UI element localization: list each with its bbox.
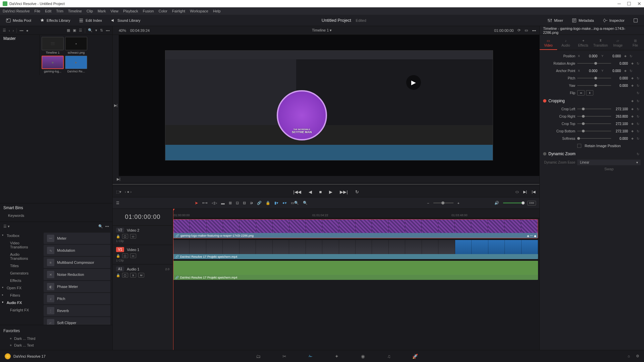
clip-v2[interactable]: 🔗gaming-logo-maker-featuring-a-reaper-17… <box>173 219 538 238</box>
menu-item[interactable]: Fairlight <box>172 9 185 13</box>
yaw-slider[interactable] <box>577 85 611 86</box>
crop-left-slider[interactable] <box>577 109 611 109</box>
keyframe-icon[interactable]: ◆ <box>631 99 635 103</box>
reset-icon[interactable]: ↻ <box>637 129 641 133</box>
anchor-x[interactable]: 0.000 <box>583 69 599 73</box>
page-color-icon[interactable]: ◉ <box>359 353 367 360</box>
track-lane-v1[interactable]: 🔗DaVinci Resolve 17 Projekt speichern.mp… <box>173 239 539 260</box>
crop-top-val[interactable]: 272.100 <box>613 122 629 126</box>
speaker-icon[interactable]: 🔊 <box>494 201 499 205</box>
viewer-zoom[interactable]: 40% <box>119 28 126 33</box>
lock-flag-icon[interactable]: 🔒 <box>266 201 270 205</box>
reset-icon[interactable]: ↻ <box>637 107 641 111</box>
home-icon[interactable]: ⌂ <box>628 354 630 358</box>
fx-cat[interactable]: Generators <box>0 269 42 277</box>
yaw-val[interactable]: 0.000 <box>613 84 629 87</box>
marker-icon[interactable]: ●▾ <box>282 201 287 205</box>
view-list-icon[interactable]: ☰ <box>79 28 82 33</box>
swap-button[interactable]: Swap <box>577 167 641 171</box>
dz-toggle[interactable] <box>543 152 546 156</box>
menu-item[interactable]: Timeline <box>68 9 82 13</box>
fx-cat[interactable]: Filters <box>0 292 42 299</box>
rotation-slider[interactable] <box>577 63 611 64</box>
fx-item[interactable]: ∿Modulation <box>44 245 110 256</box>
more-icon[interactable]: ••• <box>532 28 536 33</box>
track-lane-a1[interactable]: 🔗DaVinci Resolve 17 Projekt speichern.mp… <box>173 260 539 281</box>
viewer[interactable]: ▶ THE INCREDIBLE SCYTHE MAN <box>119 35 539 176</box>
menu-item[interactable]: Color <box>159 9 167 13</box>
page-edit-icon[interactable]: ✁ <box>306 353 315 360</box>
more-icon[interactable]: ••• <box>106 28 110 33</box>
metadata-button[interactable]: Metadata <box>569 17 597 24</box>
media-pool-button[interactable]: Media Pool <box>3 17 34 24</box>
prev-clip-icon[interactable]: ▶| <box>113 35 119 176</box>
page-fairlight-icon[interactable]: ♫ <box>385 353 393 360</box>
fx-item[interactable]: ⋮Reverb <box>44 305 110 316</box>
fx-item[interactable]: ◐Phase Meter <box>44 281 110 292</box>
crop-left-val[interactable]: 272.100 <box>613 107 629 111</box>
auto-select-icon[interactable]: ▢ <box>122 234 128 239</box>
mute-button[interactable]: M <box>138 273 144 278</box>
clip-thumb[interactable]: ◆gaming-log... <box>42 56 64 73</box>
close-icon[interactable]: ✕ <box>637 1 641 6</box>
cropping-toggle[interactable] <box>543 99 546 103</box>
bin-view-icon[interactable]: ☰ <box>3 28 6 33</box>
chevron-right-icon[interactable]: › <box>13 28 14 33</box>
timeline-zoom-icon[interactable]: 🔍 <box>303 201 308 205</box>
disable-video-icon[interactable]: ▭ <box>130 253 136 258</box>
rotation-val[interactable]: 0.000 <box>613 62 629 65</box>
inspector-button[interactable]: Inspector <box>600 17 627 24</box>
reset-icon[interactable]: ↻ <box>637 91 641 95</box>
tab-file[interactable]: ⊞File <box>627 37 644 50</box>
tab-image[interactable]: ▱Image <box>609 37 627 50</box>
crop-right-val[interactable]: 263.800 <box>613 115 629 118</box>
menu-item[interactable]: Help <box>213 9 221 13</box>
timeline-search-icon[interactable]: ▭🔍 <box>291 201 299 205</box>
fx-panel-icon[interactable]: ☰ ▾ <box>3 224 10 229</box>
insert-icon[interactable]: ⊞ <box>229 201 232 205</box>
clip-thumb[interactable]: ░░Timeline 1 <box>42 37 64 54</box>
clip-thumb[interactable]: ●schwarz.png <box>65 37 87 54</box>
clip-thumb[interactable]: ▶DaVinci Re... <box>65 56 87 73</box>
stop-icon[interactable]: ■ <box>319 189 322 194</box>
timeline-ruler[interactable]: 01:00:00:00 01:01:04:22 01:03:48:00 <box>173 209 539 218</box>
fx-item[interactable]: 〰Meter <box>44 233 110 244</box>
zoom-out-icon[interactable]: − <box>427 201 429 205</box>
bin-master[interactable]: Master <box>0 35 39 42</box>
keyframe-icon[interactable]: ◆ <box>631 107 635 111</box>
keyframe-icon[interactable]: ◆ <box>624 54 628 58</box>
dz-ease-select[interactable]: Linear▾ <box>577 160 641 165</box>
flip-h-button[interactable]: ⇔ <box>577 90 585 96</box>
keyframe-icon[interactable]: ◆ <box>631 122 635 125</box>
reset-icon[interactable]: ↻ <box>630 54 634 58</box>
playhead[interactable] <box>173 209 173 350</box>
zoom-in-icon[interactable]: + <box>458 201 460 205</box>
menu-item[interactable]: Mark <box>98 9 106 13</box>
fx-cat[interactable]: Titles <box>0 262 42 269</box>
dual-view-icon[interactable]: ▭ <box>525 28 528 33</box>
menu-item[interactable]: Trim <box>56 9 63 13</box>
track-lane-v2[interactable]: 🔗gaming-logo-maker-featuring-a-reaper-17… <box>173 218 539 239</box>
record-timecode[interactable]: 01:00:00:00 <box>494 28 514 33</box>
track-head-v1[interactable]: V1 Video 1 🔒 ▢ ▭ 1 Clip <box>113 245 173 264</box>
view-thumb-icon[interactable]: ▦ <box>67 28 70 33</box>
track-head-v2[interactable]: V2 Video 2 🔒 ▢ ▭ 1 Clip <box>113 225 173 245</box>
reset-icon[interactable]: ↻ <box>637 115 641 118</box>
auto-select-icon[interactable]: ▢ <box>122 273 128 278</box>
track-id[interactable]: V1 <box>116 247 124 252</box>
play-icon[interactable]: ▶ <box>329 189 332 194</box>
anchor-y[interactable]: 0.000 <box>606 69 622 73</box>
loop-range-icon[interactable]: ⬭ <box>516 190 519 194</box>
replace-icon[interactable]: ⊟ <box>243 201 246 205</box>
lock-icon[interactable]: 🔒 <box>116 274 120 277</box>
tab-effects[interactable]: ✦Effects <box>575 37 592 50</box>
fx-item[interactable]: ≡Multiband Compressor <box>44 257 110 268</box>
minimize-icon[interactable]: ─ <box>618 1 621 6</box>
dynamic-trim-icon[interactable]: ◁▷ <box>212 201 217 205</box>
more-icon[interactable]: ••• <box>105 224 109 228</box>
page-media-icon[interactable]: 🗂 <box>254 353 263 360</box>
prev-edit-icon[interactable]: |◀ <box>532 190 535 194</box>
mark-in-icon[interactable]: ⬚▾ <box>116 190 121 194</box>
keyframe-icon[interactable]: ◆ <box>631 62 635 65</box>
favorite-item[interactable]: Dark ... Third <box>0 335 112 342</box>
